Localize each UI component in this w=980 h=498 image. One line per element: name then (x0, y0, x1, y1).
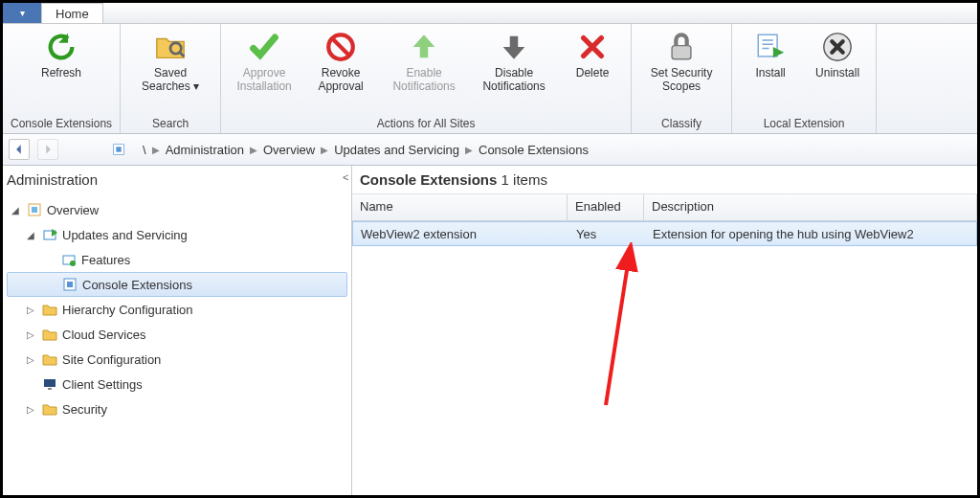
breadcrumb-administration[interactable]: Administration (166, 143, 244, 157)
tree-console-extensions[interactable]: Console Extensions (7, 272, 347, 297)
svg-rect-8 (32, 207, 37, 213)
folder-icon (41, 400, 58, 418)
svg-rect-13 (67, 282, 73, 287)
back-button[interactable] (9, 139, 30, 160)
x-icon (575, 30, 610, 64)
breadcrumb-root[interactable]: \ (143, 143, 146, 157)
tree-overview[interactable]: ◢ Overview (7, 197, 347, 222)
uninstall-icon (820, 30, 855, 64)
col-description[interactable]: Description (644, 194, 977, 220)
overview-icon (26, 201, 43, 218)
tree-features[interactable]: Features (7, 247, 347, 272)
revoke-approval-button[interactable]: Revoke Approval (305, 26, 376, 93)
breadcrumb-overview[interactable]: Overview (263, 143, 315, 157)
folder-icon (41, 351, 58, 368)
expand-icon[interactable]: ▷ (24, 329, 37, 340)
tree-site[interactable]: ▷ Site Configuration (7, 347, 347, 372)
set-security-scopes-button[interactable]: Set Security Scopes (639, 26, 724, 93)
console-ext-icon (61, 276, 78, 293)
expand-icon[interactable]: ▷ (24, 404, 37, 415)
cell-description: Extension for opening the hub using WebV… (645, 223, 976, 245)
tree-label: Security (62, 402, 107, 417)
svg-rect-6 (116, 147, 121, 151)
tree-label: Cloud Services (62, 328, 145, 342)
install-icon (753, 30, 788, 64)
grid-header: Name Enabled Description (352, 194, 977, 221)
svg-point-11 (70, 260, 76, 266)
sidebar-title: Administration (3, 166, 351, 197)
collapse-sidebar-button[interactable]: < (343, 171, 348, 183)
col-enabled[interactable]: Enabled (568, 194, 644, 220)
forward-button[interactable] (37, 139, 58, 160)
cell-name: WebView2 extension (353, 223, 568, 245)
tree-security[interactable]: ▷ Security (7, 396, 347, 421)
arrow-down-icon (497, 30, 531, 64)
content-pane: < Console Extensions 1 items Name Enable… (352, 166, 977, 495)
annotation-arrow (568, 242, 644, 415)
breadcrumb-console-ext[interactable]: Console Extensions (479, 143, 589, 157)
lock-icon (664, 30, 699, 64)
refresh-button[interactable]: Refresh (26, 26, 97, 79)
saved-searches-button[interactable]: Saved Searches ▾ (128, 26, 212, 93)
expand-icon[interactable]: ▷ (24, 305, 37, 315)
tree-label: Updates and Servicing (62, 228, 188, 242)
navigation-bar: \ ▶ Administration ▶ Overview ▶ Updates … (3, 134, 977, 166)
check-icon (247, 30, 281, 64)
tree-label: Overview (47, 203, 99, 217)
tree-label: Features (81, 253, 130, 267)
tab-home[interactable]: Home (41, 3, 103, 23)
folder-icon (41, 301, 58, 318)
enable-notifications-button[interactable]: Enable Notifications (382, 26, 466, 93)
expand-icon[interactable]: ▷ (24, 354, 37, 365)
tree-client[interactable]: Client Settings (7, 372, 347, 396)
arrow-up-icon (407, 30, 441, 64)
delete-button[interactable]: Delete (562, 26, 623, 79)
table-row[interactable]: WebView2 extension Yes Extension for ope… (352, 221, 977, 246)
prohibit-icon (323, 30, 358, 64)
tree-label: Client Settings (62, 377, 143, 392)
tree-label: Hierarchy Configuration (62, 303, 193, 317)
ribbon: Refresh Console Extensions Saved Searche… (3, 24, 977, 134)
svg-rect-2 (672, 46, 691, 59)
approve-installation-button[interactable]: Approve Installation (229, 26, 300, 93)
disable-notifications-button[interactable]: Disable Notifications (472, 26, 556, 93)
tree-hierarchy[interactable]: ▷ Hierarchy Configuration (7, 297, 347, 322)
updates-icon (41, 226, 58, 243)
tree-cloud[interactable]: ▷ Cloud Services (7, 322, 347, 347)
tree-updates-servicing[interactable]: ◢ Updates and Servicing (7, 222, 347, 247)
svg-line-16 (606, 252, 630, 405)
navigation-sidebar: Administration ◢ Overview ◢ Updates and … (3, 166, 352, 495)
monitor-icon (41, 375, 58, 393)
tree-label: Site Configuration (62, 352, 161, 367)
breadcrumb-root-icon[interactable] (108, 139, 129, 160)
refresh-icon (44, 30, 78, 64)
folder-search-icon (153, 30, 188, 64)
col-name[interactable]: Name (352, 194, 568, 220)
svg-rect-14 (44, 379, 56, 387)
install-button[interactable]: Install (740, 26, 801, 79)
expand-icon[interactable]: ◢ (24, 230, 37, 240)
folder-icon (41, 326, 58, 343)
features-icon (60, 251, 78, 268)
tree-label: Console Extensions (82, 278, 192, 292)
expand-icon[interactable]: ◢ (9, 205, 22, 215)
cell-enabled: Yes (568, 223, 645, 245)
uninstall-button[interactable]: Uninstall (807, 26, 868, 79)
content-title: Console Extensions 1 items (352, 166, 977, 194)
svg-rect-15 (48, 388, 52, 390)
breadcrumb-updates[interactable]: Updates and Servicing (334, 143, 459, 157)
breadcrumb: \ ▶ Administration ▶ Overview ▶ Updates … (143, 143, 589, 157)
quick-access-dropdown[interactable]: ▾ (3, 3, 41, 23)
